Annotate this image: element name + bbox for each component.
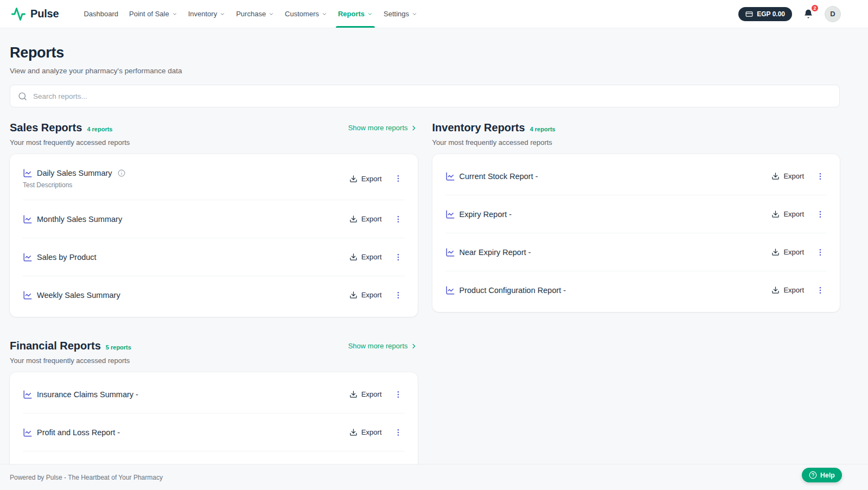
navbar-right: EGP 0.00 2 D <box>738 6 841 22</box>
nav-point-of-sale[interactable]: Point of Sale <box>124 0 183 28</box>
chart-line-icon <box>23 390 33 399</box>
more-options-button[interactable] <box>392 172 405 185</box>
section-subtitle: Your most frequently accessed reports <box>10 138 418 147</box>
show-more-label: Show more reports <box>348 342 408 350</box>
balance-amount: EGP 0.00 <box>757 10 785 18</box>
section-subtitle: Your most frequently accessed reports <box>10 357 418 365</box>
kebab-icon <box>816 248 825 257</box>
report-name: Expiry Report - <box>459 210 512 219</box>
chart-line-icon <box>445 209 455 219</box>
question-mark-icon <box>809 471 817 479</box>
nav-purchase[interactable]: Purchase <box>231 0 279 28</box>
chevron-down-icon <box>322 11 327 17</box>
download-icon <box>349 253 358 261</box>
nav-inventory[interactable]: Inventory <box>183 0 231 28</box>
section-title: Inventory Reports <box>432 122 525 134</box>
report-name: Insurance Claims Summary - <box>37 390 138 399</box>
download-icon <box>349 428 358 436</box>
export-button[interactable]: Export <box>766 244 809 260</box>
report-row: Profit and Loss Report - Export <box>23 413 405 451</box>
export-button[interactable]: Export <box>344 424 387 440</box>
nav-reports[interactable]: Reports <box>333 0 378 28</box>
right-column: Inventory Reports 4 reports Your most fr… <box>432 122 840 312</box>
section-count: 4 reports <box>530 126 556 132</box>
main-nav: Dashboard Point of Sale Inventory Purcha… <box>78 0 423 28</box>
page-title: Reports <box>10 44 840 61</box>
kebab-icon <box>816 172 825 181</box>
kebab-icon <box>394 390 403 399</box>
show-more-financial-link[interactable]: Show more reports <box>348 342 418 350</box>
export-label: Export <box>361 253 382 261</box>
export-label: Export <box>783 286 804 294</box>
nav-label: Purchase <box>236 10 266 18</box>
report-name: Weekly Sales Summary <box>37 291 120 300</box>
kebab-icon <box>394 291 403 300</box>
more-options-button[interactable] <box>814 284 827 297</box>
reports-grid: Sales Reports 4 reports Show more report… <box>10 122 840 490</box>
help-button[interactable]: Help <box>802 468 842 482</box>
more-options-button[interactable] <box>814 208 827 221</box>
download-icon <box>349 215 358 223</box>
chevron-right-icon <box>410 342 418 350</box>
export-button[interactable]: Export <box>766 282 809 298</box>
inventory-reports-card: Current Stock Report - Export <box>432 154 840 312</box>
download-icon <box>349 291 358 299</box>
report-name: Near Expiry Report - <box>459 248 531 257</box>
report-row: Near Expiry Report - Export <box>445 233 827 271</box>
export-button[interactable]: Export <box>766 206 809 222</box>
download-icon <box>771 210 780 218</box>
kebab-icon <box>394 253 403 262</box>
chart-line-icon <box>23 168 33 178</box>
kebab-icon <box>394 174 403 183</box>
chevron-down-icon <box>412 11 417 17</box>
download-icon <box>771 286 780 294</box>
chart-line-icon <box>23 214 33 224</box>
export-button[interactable]: Export <box>344 171 387 187</box>
export-button[interactable]: Export <box>344 249 387 265</box>
export-button[interactable]: Export <box>344 211 387 227</box>
section-count: 5 reports <box>106 344 131 351</box>
report-row: Sales by Product Export <box>23 238 405 276</box>
search-icon <box>18 92 27 101</box>
download-icon <box>771 172 780 180</box>
report-row: Monthly Sales Summary Export <box>23 200 405 238</box>
notifications-button[interactable]: 2 <box>802 8 815 21</box>
nav-settings[interactable]: Settings <box>378 0 423 28</box>
search-input[interactable] <box>32 92 832 101</box>
page-subtitle: View and analyze your pharmacy's perform… <box>10 67 840 75</box>
export-label: Export <box>361 428 382 436</box>
show-more-sales-link[interactable]: Show more reports <box>348 124 418 132</box>
more-options-button[interactable] <box>392 289 405 302</box>
chart-line-icon <box>23 290 33 300</box>
balance-pill[interactable]: EGP 0.00 <box>738 7 792 21</box>
chart-line-icon <box>445 171 455 181</box>
avatar[interactable]: D <box>825 6 841 22</box>
more-options-button[interactable] <box>392 388 405 401</box>
download-icon <box>771 248 780 256</box>
kebab-icon <box>816 286 825 295</box>
report-name: Product Configuration Report - <box>459 286 566 295</box>
more-options-button[interactable] <box>814 246 827 259</box>
more-options-button[interactable] <box>814 170 827 183</box>
report-row: Product Configuration Report - Export <box>445 271 827 309</box>
footer-text: Powered by Pulse - The Heartbeat of Your… <box>10 474 163 481</box>
export-label: Export <box>783 248 804 256</box>
chevron-down-icon <box>172 11 177 17</box>
report-row: Current Stock Report - Export <box>445 157 827 195</box>
section-subtitle: Your most frequently accessed reports <box>432 138 840 147</box>
export-button[interactable]: Export <box>344 287 387 303</box>
nav-customers[interactable]: Customers <box>279 0 333 28</box>
more-options-button[interactable] <box>392 426 405 439</box>
info-icon[interactable] <box>118 169 125 177</box>
nav-dashboard[interactable]: Dashboard <box>78 0 124 28</box>
export-button[interactable]: Export <box>766 168 809 184</box>
chevron-right-icon <box>410 124 418 132</box>
export-button[interactable]: Export <box>344 386 387 402</box>
more-options-button[interactable] <box>392 251 405 264</box>
report-name: Current Stock Report - <box>459 172 538 181</box>
more-options-button[interactable] <box>392 213 405 226</box>
main-content: Reports View and analyze your pharmacy's… <box>0 44 868 490</box>
export-label: Export <box>783 172 804 180</box>
brand-logo[interactable]: Pulse <box>11 7 59 22</box>
report-name: Daily Sales Summary <box>37 169 112 177</box>
